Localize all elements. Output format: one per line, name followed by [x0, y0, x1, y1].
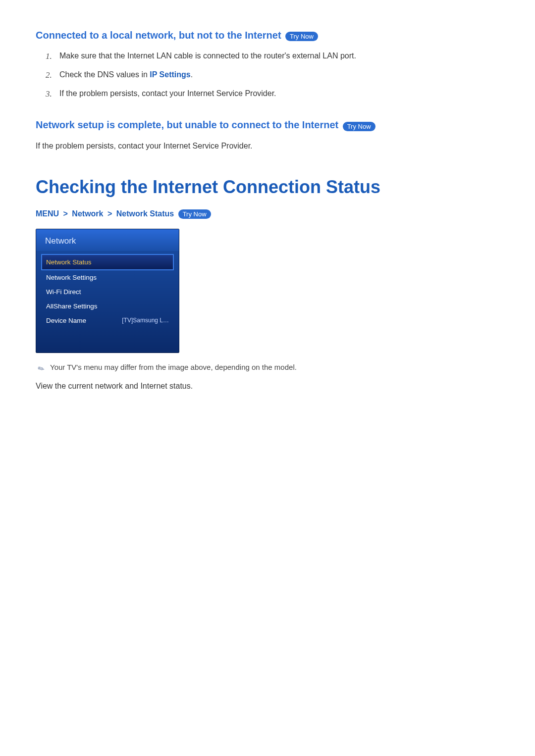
list-number: 1. [46, 50, 52, 63]
menu-item-label: AllShare Settings [46, 302, 98, 310]
menu-item-label: Wi-Fi Direct [46, 288, 81, 296]
list-text: If the problem persists, contact your In… [59, 89, 276, 98]
description-text: View the current network and Internet st… [36, 380, 505, 392]
menu-item-device-name[interactable]: Device Name [TV]Samsung L… [42, 313, 173, 328]
section2-header: Network setup is complete, but unable to… [36, 119, 505, 131]
section2-para: If the problem persists, contact your In… [36, 140, 505, 152]
list-item: 1. Make sure that the Internet LAN cable… [46, 50, 505, 62]
ip-settings-link[interactable]: IP Settings [150, 70, 190, 79]
try-now-badge-2[interactable]: Try Now [343, 122, 375, 131]
breadcrumb-network[interactable]: Network [72, 209, 103, 218]
menu-item-label: Device Name [46, 317, 86, 324]
section1-list: 1. Make sure that the Internet LAN cable… [36, 50, 505, 100]
list-item: 3. If the problem persists, contact your… [46, 88, 505, 100]
list-number: 3. [46, 88, 52, 101]
page-title: Checking the Internet Connection Status [36, 177, 505, 198]
section1-title: Connected to a local network, but not to… [36, 30, 281, 41]
menu-item-network-status[interactable]: Network Status [41, 254, 174, 270]
try-now-badge-3[interactable]: Try Now [178, 209, 211, 219]
pencil-icon: ✎ [36, 363, 46, 374]
menu-panel-title: Network [36, 229, 179, 251]
note-text: Your TV's menu may differ from the image… [50, 363, 297, 371]
menu-item-network-settings[interactable]: Network Settings [42, 270, 173, 285]
menu-item-value: [TV]Samsung L… [122, 317, 169, 324]
menu-item-label: Network Status [46, 258, 92, 266]
chevron-right-icon: > [107, 209, 112, 218]
breadcrumb: MENU > Network > Network Status Try Now [36, 209, 505, 219]
try-now-badge-1[interactable]: Try Now [285, 32, 318, 41]
breadcrumb-network-status[interactable]: Network Status [116, 209, 174, 218]
menu-item-wifi-direct[interactable]: Wi-Fi Direct [42, 285, 173, 299]
chevron-right-icon: > [63, 209, 68, 218]
note-row: ✎ Your TV's menu may differ from the ima… [36, 363, 505, 373]
breadcrumb-menu[interactable]: MENU [36, 209, 59, 218]
list-text: Make sure that the Internet LAN cable is… [59, 51, 356, 60]
menu-items: Network Status Network Settings Wi-Fi Di… [36, 251, 179, 353]
section2-title: Network setup is complete, but unable to… [36, 119, 338, 130]
list-item: 2. Check the DNS values in IP Settings. [46, 69, 505, 81]
network-menu-panel: Network Network Status Network Settings … [36, 229, 179, 353]
section1-header: Connected to a local network, but not to… [36, 30, 505, 41]
list-text: Check the DNS values in [59, 70, 150, 79]
list-text-suffix: . [191, 70, 193, 79]
list-number: 2. [46, 69, 52, 82]
menu-item-label: Network Settings [46, 274, 97, 281]
menu-item-allshare-settings[interactable]: AllShare Settings [42, 299, 173, 313]
